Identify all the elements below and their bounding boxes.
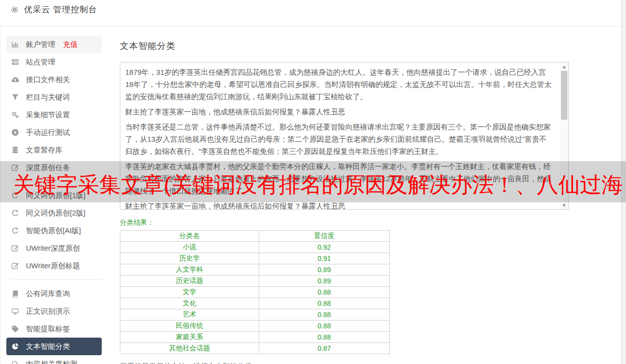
sidebar-item-relevance-check[interactable]: 内容相关度检测 — [6, 355, 102, 364]
sidebar-item-label: 正文识别演示 — [26, 307, 70, 316]
scroll-down-icon[interactable]: ▼ — [560, 201, 568, 209]
article-paragraph: 1879年，31岁的李莲英出任储秀宫四品花翎总管，成为慈禧身边的大红人。这年春天… — [125, 66, 554, 103]
tag-icon — [11, 325, 19, 333]
sidebar-item-synonym-rewrite-v1[interactable]: 同义词伪原创[1版] — [6, 187, 102, 204]
confidence-cell: 0.88 — [259, 332, 389, 343]
top-bar: 优采云 管理控制台 — [0, 0, 621, 26]
confidence-cell: 0.89 — [259, 276, 389, 287]
sidebar-item-label: 深度原创任务 — [26, 163, 70, 172]
app-title: 优采云 管理控制台 — [24, 4, 97, 15]
results-label: 分类结果： — [120, 218, 621, 227]
sidebar-item-label: 公有词库查询 — [26, 289, 70, 299]
sidebar-item-label: UWriter深度原创 — [26, 244, 80, 253]
confidence-cell: 0.87 — [259, 343, 389, 354]
sidebar-item-label: 内容相关度检测 — [26, 360, 77, 364]
article-paragraph: 当时李莲英还是二总管，这件事他再清楚不过。那么他为何还要冒险向慈禧请求出宫呢？主… — [125, 121, 554, 157]
sidebar-item-synonym-rewrite-v2[interactable]: 同义词伪原创[2版] — [6, 204, 102, 222]
sidebar-item-body-recognition[interactable]: 正文识别演示 — [6, 302, 102, 320]
sidebar-item-text-classification[interactable]: 文本智能分类 — [6, 338, 102, 355]
sidebar-item-uwriter-deep[interactable]: UWriter深度原创 — [6, 239, 102, 257]
app-window: 优采云 管理控制台 账户管理 充值 站点管理 接口文件相关 — [0, 0, 626, 364]
sidebar-item-extract-tags[interactable]: 智能提取标签 — [6, 320, 102, 338]
server-icon — [11, 58, 19, 66]
column-header-confidence: 置信度 — [259, 231, 389, 242]
sidebar-item-label: 采集细节设置 — [26, 110, 70, 120]
table-header-row: 分类名 置信度 — [120, 231, 390, 242]
category-cell: 历史学 — [120, 253, 259, 264]
bar-chart-icon — [11, 41, 19, 48]
sidebar-item-label: 文本智能分类 — [26, 342, 70, 351]
article-paragraph: 财主抢了李莲英家一亩地，他成慈禧亲信后如何报复？暴露人性丑恶 — [125, 106, 554, 118]
sidebar-item-manual-run-test[interactable]: 手动运行测试 — [6, 124, 102, 141]
sidebar-item-interface-files[interactable]: 接口文件相关 — [6, 71, 102, 88]
sidebar-item-public-lexicon[interactable]: 公有词库查询 — [6, 285, 102, 302]
table-row: 文化0.88 — [120, 298, 390, 309]
category-cell: 人文学科 — [120, 264, 259, 276]
page-title: 文本智能分类 — [120, 40, 621, 52]
sidebar-item-columns-keywords[interactable]: 栏目与关键词 — [6, 88, 102, 106]
sidebar-divider — [11, 279, 103, 280]
recharge-badge[interactable]: 充值 — [63, 40, 78, 49]
sidebar-item-collect-settings[interactable]: 采集细节设置 — [6, 106, 102, 124]
sidebar-item-deep-original-task[interactable]: 深度原创任务 — [6, 159, 102, 176]
cloud-upload-icon — [11, 76, 19, 84]
category-cell: 文学 — [120, 287, 259, 298]
refresh-icon — [11, 192, 19, 199]
database-icon — [11, 146, 19, 154]
table-row: 民俗传统0.88 — [120, 321, 390, 332]
confidence-cell: 0.88 — [259, 309, 389, 321]
sidebar-item-article-store[interactable]: 文章暂存库 — [6, 141, 102, 159]
refresh-icon — [11, 227, 19, 235]
brand: 优采云 管理控制台 — [11, 4, 97, 15]
refresh-icon — [11, 209, 19, 217]
table-row: 家庭关系0.88 — [120, 332, 390, 343]
table-row: 人文学科0.89 — [120, 264, 390, 276]
sidebar-item-label: 智能伪原创[AI版] — [26, 226, 81, 236]
textarea-scrollbar[interactable]: ▲ ▼ — [560, 63, 568, 209]
table-row: 历史话题0.89 — [120, 276, 390, 287]
search-icon — [11, 360, 19, 364]
sidebar-item-label: 接口文件相关 — [26, 75, 70, 85]
article-paragraph: 财主抢了李莲英家一亩地，他成慈禧亲信后如何报复？暴露人性丑恶 — [125, 200, 554, 210]
confidence-cell: 0.89 — [259, 264, 389, 276]
scroll-up-icon[interactable]: ▲ — [560, 63, 568, 70]
edit-icon — [11, 244, 19, 252]
confidence-cell: 0.88 — [259, 321, 389, 332]
gears-icon — [11, 111, 19, 119]
feature-caption: 基于机器学习的方法，进行文本智能分类。 — [120, 362, 621, 364]
sidebar-item-label: 站点管理 — [26, 58, 55, 67]
play-icon — [11, 128, 19, 136]
sidebar-item-ai-rewrite[interactable]: 智能伪原创[AI版] — [6, 222, 102, 239]
main-content: 文本智能分类 1879年，31岁的李莲英出任储秀宫四品花翎总管，成为慈禧身边的大… — [117, 26, 621, 364]
category-cell: 家庭关系 — [120, 332, 259, 343]
sidebar-item-uwriter-title[interactable]: UWriter原创标题 — [6, 257, 102, 275]
gear-icon — [11, 6, 19, 14]
sidebar-item-label: UWriter原创标题 — [26, 261, 80, 271]
table-row: 历史学0.91 — [120, 253, 390, 264]
results-table: 分类名 置信度 小说0.92 历史学0.91 人文学科0.89 历史话题0.89… — [120, 230, 390, 354]
article-text: 1879年，31岁的李莲英出任储秀宫四品花翎总管，成为慈禧身边的大红人。这年春天… — [120, 63, 568, 210]
confidence-cell: 0.88 — [259, 298, 389, 309]
confidence-cell: 0.92 — [259, 242, 389, 253]
book-icon — [11, 290, 19, 298]
sidebar-item-label: 文章暂存库 — [26, 146, 63, 155]
article-textarea[interactable]: 1879年，31岁的李莲英出任储秀宫四品花翎总管，成为慈禧身边的大红人。这年春天… — [120, 62, 569, 210]
sidebar-item-label: 同义词伪原创[2版] — [26, 209, 86, 218]
confidence-cell: 0.91 — [259, 253, 389, 264]
category-cell: 其他社会话题 — [120, 343, 259, 354]
table-row: 其他社会话题0.87 — [120, 343, 390, 354]
table-row: 文学0.88 — [120, 287, 390, 298]
sidebar-item-account[interactable]: 账户管理 充值 — [6, 36, 102, 53]
monitor-icon — [11, 307, 19, 315]
pie-chart-icon — [11, 343, 19, 350]
category-cell: 艺术 — [120, 309, 259, 321]
edit-icon — [11, 164, 19, 171]
category-cell: 历史话题 — [120, 276, 259, 287]
scrollbar-thumb[interactable] — [561, 71, 567, 120]
category-cell: 小说 — [120, 242, 259, 253]
category-cell: 文化 — [120, 298, 259, 309]
page-scrollbar[interactable] — [621, 0, 626, 364]
filter-icon — [11, 93, 19, 101]
sidebar-item-sites[interactable]: 站点管理 — [6, 53, 102, 71]
sidebar-item-label: 账户管理 — [26, 40, 55, 49]
